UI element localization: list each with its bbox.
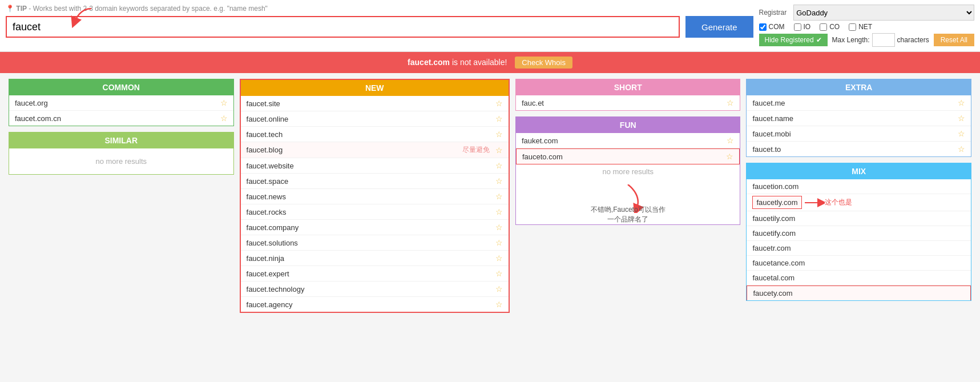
input-arrow-annotation bbox=[63, 6, 97, 29]
section-fun: FUN fauket.com ☆ fauceto.com ☆ no more r… bbox=[515, 116, 741, 225]
domain-row: faucet.rocks ☆ bbox=[241, 204, 509, 220]
domain-row: faucetify.com bbox=[747, 226, 971, 241]
domain-name: faucetion.com bbox=[752, 182, 798, 191]
registrar-select[interactable]: GoDaddy Namecheap Name.com Google Domain… bbox=[793, 5, 974, 21]
domain-row: faucet.me ☆ bbox=[747, 95, 971, 111]
domain-name: faucet.company bbox=[247, 223, 299, 232]
star-icon[interactable]: ☆ bbox=[220, 98, 228, 107]
domain-row: faucet.company ☆ bbox=[241, 220, 509, 235]
tld-co[interactable]: CO bbox=[820, 23, 840, 31]
domain-name: faucet.blog bbox=[247, 146, 283, 154]
domain-name: faucet.news bbox=[247, 192, 286, 201]
domain-name: faucetify.com bbox=[752, 229, 796, 238]
extra-body: faucet.me ☆ faucet.name ☆ faucet.mobi ☆ … bbox=[747, 95, 971, 156]
star-icon[interactable]: ☆ bbox=[727, 98, 734, 107]
domain-row: faucet.online ☆ bbox=[241, 111, 509, 127]
star-icon[interactable]: ☆ bbox=[495, 99, 503, 108]
col-3: SHORT fauc.et ☆ FUN fauket.com ☆ fauceto… bbox=[515, 79, 741, 313]
star-icon[interactable]: ☆ bbox=[495, 207, 503, 216]
section-mix: MIX faucetion.com faucetly.com 这个也是 fauc bbox=[746, 163, 971, 301]
star-icon[interactable]: ☆ bbox=[726, 152, 733, 161]
domain-name: faucet.name bbox=[752, 114, 793, 123]
status-bar: faucet.com is not available! Check Whois bbox=[0, 52, 980, 73]
star-icon[interactable]: ☆ bbox=[958, 98, 965, 107]
section-similar: SIMILAR no more results bbox=[9, 132, 234, 175]
star-icon[interactable]: ☆ bbox=[495, 300, 503, 309]
tld-com[interactable]: COM bbox=[759, 23, 785, 31]
hide-registered-button[interactable]: Hide Registered ✔ bbox=[759, 34, 828, 46]
star-icon[interactable]: ☆ bbox=[495, 192, 503, 201]
domain-name: fauket.com bbox=[522, 136, 558, 145]
star-icon[interactable]: ☆ bbox=[495, 238, 503, 247]
star-icon[interactable]: ☆ bbox=[495, 114, 503, 123]
similar-body: no more results bbox=[9, 148, 233, 174]
col-2: NEW faucet.site ☆ faucet.online ☆ faucet… bbox=[240, 79, 510, 313]
domain-row: faucet.news ☆ bbox=[241, 189, 509, 204]
domain-name: faucet.solutions bbox=[247, 239, 298, 247]
domain-name: faucet.agency bbox=[247, 300, 293, 309]
domain-name: faucetily.com bbox=[752, 214, 795, 223]
tld-net[interactable]: NET bbox=[849, 23, 872, 31]
status-message: is not available! bbox=[452, 58, 507, 67]
domain-row: faucet.space ☆ bbox=[241, 174, 509, 189]
tip-icon: 📍 TIP bbox=[6, 5, 27, 13]
star-icon[interactable]: ☆ bbox=[495, 146, 503, 155]
fun-header: FUN bbox=[516, 117, 740, 133]
tld-io[interactable]: IO bbox=[794, 23, 811, 31]
domain-row: faucet.to ☆ bbox=[747, 142, 971, 156]
generate-button[interactable]: Generate bbox=[685, 16, 753, 38]
similar-no-results: no more results bbox=[9, 148, 233, 174]
common-body: faucet.org ☆ faucet.com.cn ☆ bbox=[9, 95, 233, 126]
domain-row: faucet.tech ☆ bbox=[241, 127, 509, 142]
domain-row: faucetance.com bbox=[747, 256, 971, 271]
section-short: SHORT fauc.et ☆ bbox=[515, 79, 741, 111]
domain-name: faucet.technology bbox=[247, 285, 305, 293]
status-domain: faucet.com bbox=[408, 58, 450, 67]
star-icon[interactable]: ☆ bbox=[495, 269, 503, 278]
star-icon[interactable]: ☆ bbox=[220, 114, 228, 123]
tld-com-checkbox[interactable] bbox=[759, 23, 767, 31]
new-header: NEW bbox=[241, 80, 509, 96]
star-icon[interactable]: ☆ bbox=[495, 254, 503, 263]
search-input[interactable] bbox=[6, 16, 680, 38]
domain-name: faucet.site bbox=[247, 99, 280, 108]
star-icon[interactable]: ☆ bbox=[495, 284, 503, 293]
star-icon[interactable]: ☆ bbox=[727, 136, 734, 145]
options-row: Hide Registered ✔ Max Length: characters… bbox=[759, 33, 974, 47]
settings-section: Registrar GoDaddy Namecheap Name.com Goo… bbox=[759, 5, 974, 47]
star-icon[interactable]: ☆ bbox=[495, 223, 503, 232]
star-icon[interactable]: ☆ bbox=[958, 144, 965, 154]
mix-body: faucetion.com faucetly.com 这个也是 faucetil… bbox=[747, 179, 971, 300]
domain-name: faucet.ninja bbox=[247, 254, 285, 263]
domain-name: faucet.com.cn bbox=[15, 114, 61, 123]
star-icon[interactable]: ☆ bbox=[495, 161, 503, 170]
mix-header: MIX bbox=[747, 163, 971, 179]
domain-row: faucetal.com bbox=[747, 271, 971, 286]
avoid-annotation: 尽量避免 bbox=[462, 145, 490, 155]
tld-net-checkbox[interactable] bbox=[849, 23, 856, 31]
extra-header: EXTRA bbox=[747, 79, 971, 95]
domain-name: faucet.website bbox=[247, 162, 294, 170]
tld-co-checkbox[interactable] bbox=[820, 23, 827, 31]
domain-row: faucet.agency ☆ bbox=[241, 297, 509, 312]
faucetly-row: faucetly.com 这个也是 bbox=[747, 194, 971, 211]
domain-name: fauc.et bbox=[522, 99, 544, 107]
domain-name: faucet.tech bbox=[247, 130, 283, 139]
domain-name: fauceto.com bbox=[522, 152, 563, 161]
check-whois-button[interactable]: Check Whois bbox=[515, 57, 572, 69]
domain-row: faucetion.com bbox=[747, 179, 971, 194]
reset-all-button[interactable]: Reset All bbox=[934, 34, 974, 46]
max-length-input[interactable] bbox=[872, 33, 895, 47]
domain-faucetly: faucetly.com bbox=[752, 196, 801, 209]
domain-name: faucet.online bbox=[247, 115, 289, 123]
registrar-row: Registrar GoDaddy Namecheap Name.com Goo… bbox=[759, 5, 974, 21]
domain-row: faucet.technology ☆ bbox=[241, 282, 509, 297]
star-icon[interactable]: ☆ bbox=[958, 129, 965, 138]
domain-row: faucetily.com bbox=[747, 211, 971, 226]
star-icon[interactable]: ☆ bbox=[495, 130, 503, 139]
star-icon[interactable]: ☆ bbox=[958, 114, 965, 123]
domain-name: faucet.space bbox=[247, 177, 289, 186]
tld-io-checkbox[interactable] bbox=[794, 23, 801, 31]
star-icon[interactable]: ☆ bbox=[495, 176, 503, 186]
domain-row: faucet.name ☆ bbox=[747, 111, 971, 126]
